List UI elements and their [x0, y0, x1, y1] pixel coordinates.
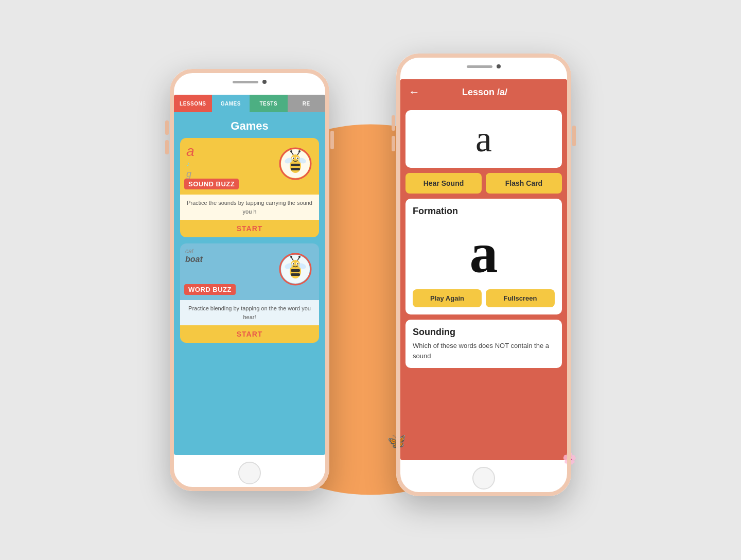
play-again-button[interactable]: Play Again	[413, 289, 482, 307]
word-buzz-desc: Practice blending by tapping on the the …	[180, 300, 319, 325]
svg-point-27	[290, 256, 292, 258]
letter-a-large: a	[416, 120, 552, 157]
vol-up-button	[165, 120, 169, 135]
games-screen-container: LESSONS GAMES TESTS RE Games a ♪ g	[174, 95, 325, 455]
sounding-title: Sounding	[413, 327, 555, 338]
svg-point-29	[298, 256, 301, 258]
flower-decoration: 🌸	[562, 452, 576, 465]
tabs-bar: LESSONS GAMES TESTS RE	[174, 95, 325, 112]
letter-g-display: g	[186, 169, 195, 180]
sound-buzz-letters: a ♪ g	[186, 143, 195, 180]
sounding-description: Which of these words does NOT contain th…	[413, 341, 555, 361]
formation-title: Formation	[413, 206, 555, 217]
lesson-screen: ← Lesson /a/ a Hear Sound Flash Card	[400, 79, 567, 460]
tab-tests[interactable]: TESTS	[250, 95, 288, 112]
bee-illustration-word	[276, 248, 315, 288]
word-cat: cat	[185, 248, 203, 255]
vol-up-front	[392, 115, 395, 131]
word-buzz-words: cat boat	[185, 248, 203, 264]
phone-top-back	[170, 69, 329, 95]
vol-down-front	[392, 136, 395, 151]
games-title: Games	[174, 112, 325, 138]
flash-card-button[interactable]: Flash Card	[486, 173, 562, 194]
lesson-header: ← Lesson /a/	[400, 79, 567, 105]
formation-card: Formation a Play Again Fullscreen	[405, 199, 562, 314]
home-button-front[interactable]	[472, 467, 495, 489]
word-buzz-footer[interactable]: START	[180, 325, 319, 343]
word-buzz-start[interactable]: START	[237, 330, 263, 338]
butterfly-decoration: 🦋	[387, 432, 406, 450]
sound-buzz-start[interactable]: START	[237, 224, 263, 233]
phone-front: ← Lesson /a/ a Hear Sound Flash Card	[396, 54, 571, 496]
games-screen: LESSONS GAMES TESTS RE Games a ♪ g	[174, 95, 325, 455]
formation-letter: a	[413, 222, 555, 284]
speaker-back	[233, 81, 258, 83]
svg-rect-4	[291, 168, 300, 170]
scene: LESSONS GAMES TESTS RE Games a ♪ g	[139, 28, 602, 532]
lesson-content: a Hear Sound Flash Card Formation a Play…	[400, 105, 567, 460]
power-button-front	[572, 126, 576, 146]
word-buzz-card: cat boat	[180, 243, 319, 343]
sound-buzz-top: a ♪ g	[180, 138, 319, 195]
vol-down-button	[165, 140, 169, 154]
power-button	[330, 131, 334, 149]
svg-rect-20	[291, 273, 300, 276]
svg-rect-3	[291, 164, 300, 166]
svg-point-11	[290, 150, 292, 152]
letter-display-card: a	[405, 110, 562, 168]
music-note: ♪	[186, 160, 195, 168]
back-arrow[interactable]: ←	[409, 85, 420, 99]
hear-sound-button[interactable]: Hear Sound	[405, 173, 482, 194]
word-boat: boat	[185, 255, 203, 264]
bee-illustration-sound	[276, 142, 315, 183]
phone-bottom-back	[170, 455, 329, 491]
tab-games[interactable]: GAMES	[212, 95, 250, 112]
sound-buzz-card: a ♪ g	[180, 138, 319, 237]
svg-point-13	[298, 150, 301, 152]
camera-front	[497, 64, 501, 68]
sounding-card: Sounding Which of these words does NOT c…	[405, 320, 562, 368]
phone-bottom-front	[396, 460, 571, 496]
svg-point-9	[297, 157, 298, 159]
tab-re[interactable]: RE	[288, 95, 326, 112]
sound-buzz-desc: Practice the sounds by tapping carrying …	[180, 195, 319, 220]
phone-back: LESSONS GAMES TESTS RE Games a ♪ g	[170, 69, 329, 491]
camera-back	[262, 80, 267, 84]
word-buzz-top: cat boat	[180, 243, 319, 300]
svg-point-25	[297, 263, 298, 264]
action-buttons-row: Hear Sound Flash Card	[405, 173, 562, 194]
formation-buttons: Play Again Fullscreen	[413, 289, 555, 307]
sound-buzz-badge: SOUND BUZZ	[184, 179, 239, 188]
home-button-back[interactable]	[238, 462, 261, 484]
svg-rect-19	[291, 269, 300, 272]
lesson-screen-container: ← Lesson /a/ a Hear Sound Flash Card	[400, 79, 567, 460]
sound-buzz-footer[interactable]: START	[180, 220, 319, 237]
fullscreen-button[interactable]: Fullscreen	[486, 289, 555, 307]
lesson-title: Lesson /a/	[426, 87, 543, 98]
word-buzz-badge: WORD BUZZ	[184, 285, 236, 294]
tab-lessons[interactable]: LESSONS	[174, 95, 212, 112]
letter-a-display: a	[186, 143, 195, 160]
svg-point-24	[293, 263, 294, 264]
phone-top-front	[396, 54, 571, 79]
svg-point-8	[293, 157, 294, 159]
speaker-front	[467, 65, 492, 68]
